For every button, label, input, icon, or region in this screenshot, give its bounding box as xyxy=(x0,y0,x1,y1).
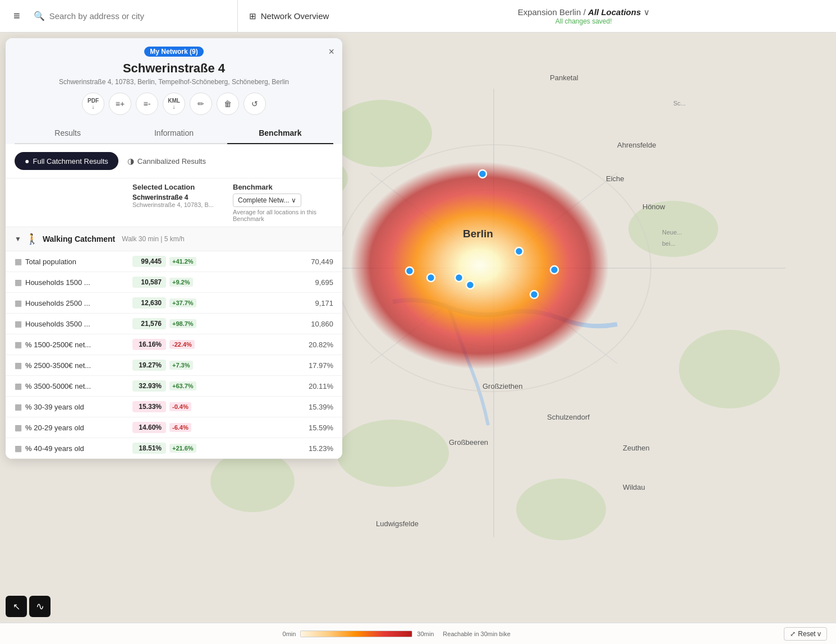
svg-point-39 xyxy=(466,281,474,289)
row-value-cell: 15.33% -0.4% xyxy=(132,401,233,412)
row-label-text: Households 2500 ... xyxy=(25,299,90,307)
row-value-badge: 99,445 xyxy=(132,256,166,267)
dropdown-chevron-icon: ∨ xyxy=(291,196,296,204)
pointer-tool-button[interactable]: ↖ xyxy=(6,596,27,617)
benchmark-value: 9,695 xyxy=(233,278,333,287)
chart-bar-icon: ▦ xyxy=(15,381,22,390)
chart-bar-icon: ▦ xyxy=(15,319,22,328)
benchmark-dropdown-button[interactable]: Complete Netw... ∨ xyxy=(233,194,301,207)
walking-label: Walking Catchment xyxy=(43,234,115,243)
benchmark-value: 20.82% xyxy=(233,341,333,349)
svg-point-5 xyxy=(679,330,780,408)
table-row: ▦ % 2500-3500€ net... 19.27% +7.3% 17.97… xyxy=(6,355,342,376)
svg-point-36 xyxy=(406,267,414,275)
header-title-area: Expansion Berlin / All Locations ∨ All c… xyxy=(340,7,827,25)
panel-close-button[interactable]: × xyxy=(328,46,334,58)
svg-point-34 xyxy=(479,170,486,178)
svg-point-37 xyxy=(427,274,435,282)
panel-title-area: My Network (9) Schwerinstraße 4 Schwerin… xyxy=(15,46,333,86)
trend-tool-button[interactable]: ∿ xyxy=(29,596,50,617)
row-value-badge: 32.93% xyxy=(132,380,166,392)
benchmark-sub-text: Average for all locations in this Benchm… xyxy=(233,209,333,222)
network-overview-button[interactable]: ⊞ Network Overview xyxy=(238,0,341,32)
row-value-cell: 14.60% -6.4% xyxy=(132,422,233,433)
row-value-badge: 21,576 xyxy=(132,318,166,329)
collapse-chevron-icon[interactable]: ▼ xyxy=(15,235,21,243)
row-label: ▦ % 1500-2500€ net... xyxy=(15,340,132,349)
add-column-button[interactable]: ≡+ xyxy=(109,93,131,115)
svg-text:Neue...: Neue... xyxy=(662,229,682,236)
gradient-min-label: 0min xyxy=(283,631,296,637)
catchment-toggle: ● Full Catchment Results ◑ Cannibalized … xyxy=(6,144,342,178)
reset-icon: ⤢ xyxy=(790,630,796,638)
svg-text:bei...: bei... xyxy=(662,240,676,247)
row-label: ▦ Households 1500 ... xyxy=(15,278,132,287)
svg-text:Berlin: Berlin xyxy=(463,228,493,240)
close-icon: × xyxy=(328,46,334,57)
benchmark-value: 9,171 xyxy=(233,299,333,307)
tab-information[interactable]: Information xyxy=(121,123,227,143)
menu-button[interactable]: ≡ xyxy=(9,5,25,27)
chart-bar-icon: ▦ xyxy=(15,402,22,411)
row-label-text: % 30-39 years old xyxy=(25,403,84,411)
remove-col-icon: ≡- xyxy=(144,99,151,108)
svg-text:Zeuthen: Zeuthen xyxy=(623,444,650,452)
kml-download-button[interactable]: KML↓ xyxy=(163,93,185,115)
my-network-badge: My Network (9) xyxy=(144,47,203,57)
trend-icon: ∿ xyxy=(36,600,44,613)
map-bottom-bar: 0min 30min Reachable in 30min bike ⤢ Res… xyxy=(0,623,836,644)
circle-icon: ● xyxy=(25,157,29,165)
search-input[interactable] xyxy=(49,11,228,21)
full-catchment-button[interactable]: ● Full Catchment Results xyxy=(15,152,118,170)
refresh-icon: ↺ xyxy=(251,99,258,108)
row-delta-badge: +7.3% xyxy=(169,361,193,370)
row-value-badge: 16.16% xyxy=(132,339,166,350)
svg-point-40 xyxy=(550,266,558,274)
row-label: ▦ Households 2500 ... xyxy=(15,298,132,307)
refresh-button[interactable]: ↺ xyxy=(244,93,266,115)
cannibalized-button[interactable]: ◑ Cannibalized Results xyxy=(127,157,206,165)
delete-button[interactable]: 🗑 xyxy=(217,93,239,115)
panel: × My Network (9) Schwerinstraße 4 Schwer… xyxy=(6,38,342,459)
svg-text:Sc...: Sc... xyxy=(673,100,686,107)
search-icon: 🔍 xyxy=(34,11,45,21)
remove-column-button[interactable]: ≡- xyxy=(136,93,158,115)
project-name: Expansion Berlin xyxy=(518,7,581,17)
row-delta-badge: +37.7% xyxy=(169,298,196,307)
row-label-text: Households 3500 ... xyxy=(25,320,90,328)
dropdown-arrow[interactable]: ∨ xyxy=(644,7,650,17)
row-label-text: % 20-29 years old xyxy=(25,424,84,432)
svg-point-38 xyxy=(455,274,463,282)
row-delta-badge: -22.4% xyxy=(169,340,195,349)
row-value-cell: 18.51% +21.6% xyxy=(132,443,233,454)
tab-benchmark[interactable]: Benchmark xyxy=(227,123,333,144)
menu-icon: ≡ xyxy=(13,10,20,22)
svg-point-8 xyxy=(210,450,295,512)
edit-button[interactable]: ✏ xyxy=(190,93,212,115)
selected-loc-name: Schwerinstraße 4 xyxy=(132,194,233,201)
gradient-bar: 0min 30min Reachable in 30min bike xyxy=(283,631,511,637)
svg-point-1 xyxy=(331,100,432,167)
table-row: ▦ % 1500-2500€ net... 16.16% -22.4% 20.8… xyxy=(6,334,342,355)
table-row: ▦ Households 2500 ... 12,630 +37.7% 9,17… xyxy=(6,293,342,314)
benchmark-header-col: Benchmark Complete Netw... ∨ Average for… xyxy=(233,183,333,222)
svg-point-35 xyxy=(515,247,523,255)
location-address: Schwerinstraße 4, 10783, Berlin, Tempelh… xyxy=(15,78,333,86)
table-row: ▦ Households 1500 ... 10,587 +9.2% 9,695 xyxy=(6,272,342,293)
selected-location-header: Selected Location Schwerinstraße 4 Schwe… xyxy=(132,183,233,222)
chart-bar-icon: ▦ xyxy=(15,444,22,453)
row-value-badge: 15.33% xyxy=(132,401,166,412)
chart-bar-icon: ▦ xyxy=(15,423,22,432)
svg-point-19 xyxy=(351,162,609,369)
pdf-download-button[interactable]: PDF↓ xyxy=(82,93,104,115)
svg-text:Ludwigsfelde: Ludwigsfelde xyxy=(376,519,419,528)
row-delta-badge: -6.4% xyxy=(169,423,191,432)
gradient-rect xyxy=(300,631,412,637)
tab-results[interactable]: Results xyxy=(15,123,121,143)
row-label-text: Total population xyxy=(25,257,76,266)
half-circle-icon: ◑ xyxy=(127,157,134,165)
walking-catchment-row: ▼ 🚶 Walking Catchment Walk 30 min | 5 km… xyxy=(6,227,342,251)
reset-button[interactable]: ⤢ Reset v xyxy=(784,627,827,641)
table-row: ▦ Households 3500 ... 21,576 +98.7% 10,8… xyxy=(6,314,342,334)
selected-loc-addr: Schwerinstraße 4, 10783, B... xyxy=(132,201,233,208)
